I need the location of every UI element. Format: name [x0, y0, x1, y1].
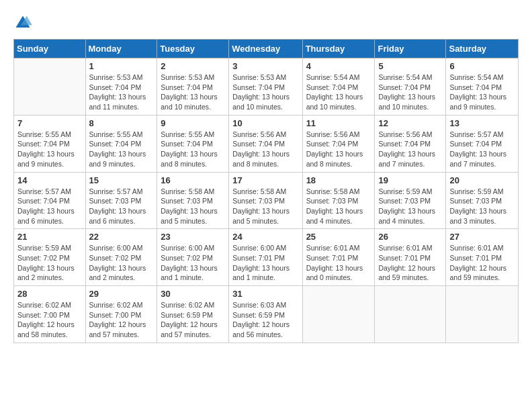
day-number: 24 — [232, 232, 298, 242]
day-number: 13 — [449, 118, 515, 128]
calendar-day-header: Saturday — [446, 40, 519, 58]
day-info: Sunrise: 5:54 AM Sunset: 7:04 PM Dayligh… — [306, 73, 371, 112]
day-number: 17 — [232, 175, 298, 185]
day-info: Sunrise: 5:56 AM Sunset: 7:04 PM Dayligh… — [232, 130, 298, 169]
day-info: Sunrise: 6:00 AM Sunset: 7:01 PM Dayligh… — [232, 243, 298, 283]
day-number: 23 — [161, 232, 225, 242]
day-info: Sunrise: 5:54 AM Sunset: 7:04 PM Dayligh… — [378, 73, 442, 112]
day-number: 22 — [89, 232, 154, 242]
day-info: Sunrise: 5:53 AM Sunset: 7:04 PM Dayligh… — [232, 73, 298, 112]
calendar-week-row: 28Sunrise: 6:02 AM Sunset: 7:00 PM Dayli… — [14, 286, 519, 343]
calendar-cell: 4Sunrise: 5:54 AM Sunset: 7:04 PM Daylig… — [302, 58, 375, 116]
day-info: Sunrise: 6:02 AM Sunset: 7:00 PM Dayligh… — [89, 300, 154, 340]
calendar-cell: 17Sunrise: 5:58 AM Sunset: 7:03 PM Dayli… — [229, 172, 302, 229]
day-info: Sunrise: 5:56 AM Sunset: 7:04 PM Dayligh… — [378, 130, 442, 169]
day-info: Sunrise: 5:59 AM Sunset: 7:03 PM Dayligh… — [449, 187, 515, 226]
day-number: 8 — [89, 118, 154, 128]
calendar-cell: 30Sunrise: 6:02 AM Sunset: 6:59 PM Dayli… — [157, 286, 229, 343]
day-number: 7 — [17, 118, 82, 128]
calendar-cell — [302, 286, 375, 343]
calendar-cell: 6Sunrise: 5:54 AM Sunset: 7:04 PM Daylig… — [446, 58, 519, 116]
logo — [13, 13, 35, 32]
day-info: Sunrise: 5:59 AM Sunset: 7:02 PM Dayligh… — [17, 243, 82, 283]
calendar-cell: 3Sunrise: 5:53 AM Sunset: 7:04 PM Daylig… — [229, 58, 302, 116]
day-info: Sunrise: 5:53 AM Sunset: 7:04 PM Dayligh… — [89, 73, 154, 112]
day-number: 2 — [161, 61, 225, 71]
calendar-cell: 8Sunrise: 5:55 AM Sunset: 7:04 PM Daylig… — [85, 115, 157, 172]
day-number: 10 — [232, 118, 298, 128]
day-info: Sunrise: 5:54 AM Sunset: 7:04 PM Dayligh… — [449, 73, 515, 112]
day-info: Sunrise: 5:58 AM Sunset: 7:03 PM Dayligh… — [306, 187, 371, 226]
day-info: Sunrise: 5:58 AM Sunset: 7:03 PM Dayligh… — [232, 187, 298, 226]
day-info: Sunrise: 6:01 AM Sunset: 7:01 PM Dayligh… — [378, 243, 442, 283]
day-info: Sunrise: 5:56 AM Sunset: 7:04 PM Dayligh… — [306, 130, 371, 169]
day-info: Sunrise: 5:55 AM Sunset: 7:04 PM Dayligh… — [17, 130, 82, 169]
calendar-cell: 28Sunrise: 6:02 AM Sunset: 7:00 PM Dayli… — [14, 286, 86, 343]
day-number: 18 — [306, 175, 371, 185]
day-number: 4 — [306, 61, 371, 71]
calendar-cell: 5Sunrise: 5:54 AM Sunset: 7:04 PM Daylig… — [375, 58, 446, 116]
day-info: Sunrise: 5:53 AM Sunset: 7:04 PM Dayligh… — [161, 73, 225, 112]
day-info: Sunrise: 6:00 AM Sunset: 7:02 PM Dayligh… — [161, 243, 225, 283]
day-info: Sunrise: 5:55 AM Sunset: 7:04 PM Dayligh… — [89, 130, 154, 169]
calendar-cell: 10Sunrise: 5:56 AM Sunset: 7:04 PM Dayli… — [229, 115, 302, 172]
day-info: Sunrise: 5:58 AM Sunset: 7:03 PM Dayligh… — [161, 187, 225, 226]
day-number: 16 — [161, 175, 225, 185]
logo-icon — [13, 13, 32, 32]
day-number: 27 — [449, 232, 515, 242]
day-number: 30 — [161, 289, 225, 299]
calendar-cell: 25Sunrise: 6:01 AM Sunset: 7:01 PM Dayli… — [302, 229, 375, 286]
calendar-cell: 12Sunrise: 5:56 AM Sunset: 7:04 PM Dayli… — [375, 115, 446, 172]
calendar-cell: 20Sunrise: 5:59 AM Sunset: 7:03 PM Dayli… — [446, 172, 519, 229]
calendar-day-header: Sunday — [14, 40, 86, 58]
calendar-cell: 1Sunrise: 5:53 AM Sunset: 7:04 PM Daylig… — [85, 58, 157, 116]
calendar-cell: 26Sunrise: 6:01 AM Sunset: 7:01 PM Dayli… — [375, 229, 446, 286]
calendar-day-header: Thursday — [302, 40, 375, 58]
page-header — [13, 13, 519, 32]
day-info: Sunrise: 5:59 AM Sunset: 7:03 PM Dayligh… — [378, 187, 442, 226]
day-info: Sunrise: 6:03 AM Sunset: 6:59 PM Dayligh… — [232, 300, 298, 340]
calendar-cell: 11Sunrise: 5:56 AM Sunset: 7:04 PM Dayli… — [302, 115, 375, 172]
calendar-cell — [375, 286, 446, 343]
day-number: 20 — [449, 175, 515, 185]
calendar-cell: 18Sunrise: 5:58 AM Sunset: 7:03 PM Dayli… — [302, 172, 375, 229]
day-number: 1 — [89, 61, 154, 71]
calendar-cell: 2Sunrise: 5:53 AM Sunset: 7:04 PM Daylig… — [157, 58, 229, 116]
day-info: Sunrise: 5:57 AM Sunset: 7:03 PM Dayligh… — [89, 187, 154, 226]
calendar-day-header: Wednesday — [229, 40, 302, 58]
calendar-cell: 15Sunrise: 5:57 AM Sunset: 7:03 PM Dayli… — [85, 172, 157, 229]
day-number: 12 — [378, 118, 442, 128]
day-number: 29 — [89, 289, 154, 299]
calendar-cell: 9Sunrise: 5:55 AM Sunset: 7:04 PM Daylig… — [157, 115, 229, 172]
calendar-cell: 31Sunrise: 6:03 AM Sunset: 6:59 PM Dayli… — [229, 286, 302, 343]
calendar-header-row: SundayMondayTuesdayWednesdayThursdayFrid… — [14, 40, 519, 58]
day-info: Sunrise: 5:55 AM Sunset: 7:04 PM Dayligh… — [161, 130, 225, 169]
calendar-week-row: 7Sunrise: 5:55 AM Sunset: 7:04 PM Daylig… — [14, 115, 519, 172]
calendar-cell — [446, 286, 519, 343]
day-number: 15 — [89, 175, 154, 185]
calendar-day-header: Tuesday — [157, 40, 229, 58]
day-info: Sunrise: 6:02 AM Sunset: 6:59 PM Dayligh… — [161, 300, 225, 340]
day-info: Sunrise: 6:02 AM Sunset: 7:00 PM Dayligh… — [17, 300, 82, 340]
calendar-cell: 24Sunrise: 6:00 AM Sunset: 7:01 PM Dayli… — [229, 229, 302, 286]
calendar-table: SundayMondayTuesdayWednesdayThursdayFrid… — [13, 39, 519, 343]
calendar-week-row: 14Sunrise: 5:57 AM Sunset: 7:04 PM Dayli… — [14, 172, 519, 229]
day-number: 26 — [378, 232, 442, 242]
calendar-day-header: Monday — [85, 40, 157, 58]
calendar-cell — [14, 58, 86, 116]
calendar-day-header: Friday — [375, 40, 446, 58]
day-info: Sunrise: 5:57 AM Sunset: 7:04 PM Dayligh… — [17, 187, 82, 226]
day-number: 21 — [17, 232, 82, 242]
calendar-cell: 14Sunrise: 5:57 AM Sunset: 7:04 PM Dayli… — [14, 172, 86, 229]
day-info: Sunrise: 6:01 AM Sunset: 7:01 PM Dayligh… — [449, 243, 515, 283]
day-number: 19 — [378, 175, 442, 185]
calendar-cell: 23Sunrise: 6:00 AM Sunset: 7:02 PM Dayli… — [157, 229, 229, 286]
day-number: 25 — [306, 232, 371, 242]
day-number: 11 — [306, 118, 371, 128]
calendar-cell: 13Sunrise: 5:57 AM Sunset: 7:04 PM Dayli… — [446, 115, 519, 172]
calendar-cell: 22Sunrise: 6:00 AM Sunset: 7:02 PM Dayli… — [85, 229, 157, 286]
day-number: 28 — [17, 289, 82, 299]
calendar-cell: 19Sunrise: 5:59 AM Sunset: 7:03 PM Dayli… — [375, 172, 446, 229]
day-info: Sunrise: 5:57 AM Sunset: 7:04 PM Dayligh… — [449, 130, 515, 169]
calendar-cell: 27Sunrise: 6:01 AM Sunset: 7:01 PM Dayli… — [446, 229, 519, 286]
